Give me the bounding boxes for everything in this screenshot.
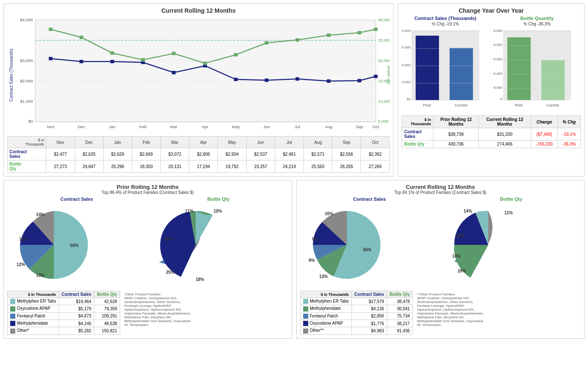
line-chart: $4,000 $3,000 $2,000 $1,000 $0 30,000 25… — [7, 16, 390, 135]
yoy-cs-pct-chg: -19.1% — [558, 128, 581, 140]
svg-rect-32 — [374, 75, 378, 78]
svg-rect-34 — [79, 36, 83, 39]
yoy-cs-current-val: $31,330 — [478, 128, 531, 140]
br-bq-pie-title: Bottle Qty — [442, 197, 581, 202]
cs-sep: $2,556 — [332, 148, 361, 160]
svg-rect-31 — [357, 79, 361, 82]
br-contract-sales-pie: 56% 13% 9% 6% 16% — [300, 202, 394, 287]
col-jul: Jul — [275, 137, 304, 148]
svg-text:Jun: Jun — [263, 124, 270, 129]
svg-text:Sep: Sep — [356, 124, 363, 129]
cs-mar: $3,072 — [160, 148, 189, 160]
svg-rect-27 — [234, 78, 238, 81]
cs-jul: $2,481 — [275, 148, 304, 160]
svg-text:Apr: Apr — [202, 124, 208, 129]
svg-rect-37 — [172, 52, 176, 55]
svg-text:Contract Sales (Thousands): Contract Sales (Thousands) — [8, 49, 14, 101]
bl-cs-pie-title: Contract Sales — [7, 197, 146, 202]
bl-row-fentanyl: Fentanyl Patch $4,673 109,291 — [8, 312, 120, 320]
br-bottle-qty-pie: 33% 28% 14% 14% 11% — [442, 202, 535, 287]
svg-rect-35 — [110, 51, 114, 55]
yoy-bq-current-bar — [541, 60, 565, 100]
svg-text:$30,000: $30,000 — [402, 45, 411, 49]
left-chart-title: Current Rolling 12 Months — [7, 7, 390, 14]
svg-text:$10,000: $10,000 — [402, 80, 411, 84]
col-jan: Jan — [103, 137, 132, 148]
svg-text:33%: 33% — [456, 233, 465, 238]
svg-rect-36 — [141, 58, 145, 62]
svg-text:300,000: 300,000 — [493, 57, 503, 61]
svg-text:56%: 56% — [363, 247, 371, 252]
svg-text:Oct: Oct — [372, 124, 379, 129]
svg-text:28%: 28% — [458, 269, 466, 273]
svg-text:Dec: Dec — [78, 124, 85, 129]
br-row-other: Other** $4,983 91,436 — [300, 327, 413, 334]
bottom-left-subtitle: Top 86.4% of Product Familes (Contract S… — [7, 190, 288, 195]
svg-rect-39 — [234, 53, 238, 56]
svg-text:14%: 14% — [36, 212, 45, 217]
col-oct: Oct — [361, 137, 390, 148]
bl-footnote: *Other Product Families: APAP Codeine, C… — [124, 292, 191, 327]
svg-text:Prior: Prior — [515, 103, 523, 107]
bq-dec: 24,847 — [75, 160, 103, 173]
svg-text:$1,000: $1,000 — [20, 99, 33, 103]
svg-rect-38 — [203, 62, 207, 65]
svg-text:Feb: Feb — [139, 124, 146, 129]
bl-pie-table: $ in Thousands Contract Sales Bottle Qty… — [7, 291, 120, 335]
svg-rect-28 — [265, 79, 269, 82]
left-data-table: $ inThousands Nov Dec Jan Feb Mar Apr Ma… — [7, 136, 390, 173]
bl-row-oxycodone: Oxycodone APAP $5,179 79,359 — [8, 305, 120, 312]
bq-jul: 24,219 — [275, 160, 304, 173]
svg-text:Bottle Qty: Bottle Qty — [386, 66, 390, 85]
yoy-summary-table: $ inThousands Prior Rolling 12Months Cur… — [402, 115, 581, 148]
svg-text:$20,000: $20,000 — [402, 63, 411, 67]
col-feb: Feb — [132, 137, 160, 148]
svg-text:6%: 6% — [312, 237, 318, 241]
svg-text:0: 0 — [501, 97, 503, 101]
cs-dec: $2,635 — [75, 148, 103, 160]
cs-oct: $2,392 — [361, 148, 390, 160]
svg-text:200,000: 200,000 — [493, 72, 503, 76]
svg-text:100,000: 100,000 — [493, 86, 503, 90]
yoy-cs-prior-bar — [416, 36, 439, 100]
svg-text:9%: 9% — [309, 258, 315, 263]
bl-row-methylphenidate: Methylphenidate $4,140 48,638 — [8, 320, 120, 327]
col-aug: Aug — [304, 137, 332, 148]
svg-text:50%: 50% — [70, 243, 79, 248]
col-dec: Dec — [75, 137, 103, 148]
cs-apr: $2,806 — [189, 148, 218, 160]
yoy-bq-prior-val: 430,736 — [433, 140, 479, 148]
bq-mar: 20,131 — [160, 160, 189, 173]
bq-may: 19,792 — [218, 160, 246, 173]
bq-sep: 26,265 — [332, 160, 361, 173]
bl-cs-col-header: Contract Sales — [59, 291, 94, 298]
svg-rect-0 — [35, 20, 376, 122]
svg-text:10,000: 10,000 — [378, 99, 390, 103]
svg-text:$4,000: $4,000 — [20, 17, 33, 22]
svg-text:400,000: 400,000 — [493, 43, 503, 47]
br-cs-col-header: Contract Sales — [352, 291, 387, 298]
svg-text:14%: 14% — [452, 254, 461, 258]
cs-feb: $2,669 — [132, 148, 160, 160]
svg-text:Jul: Jul — [295, 124, 300, 129]
br-row-methylphenidate: Methylphenidate $4,136 30,541 — [300, 305, 413, 312]
cs-nov: $2,477 — [46, 148, 75, 160]
svg-text:Mar: Mar — [170, 124, 177, 129]
bl-bq-pie-title: Bottle Qty — [149, 197, 288, 202]
col-sep: Sep — [332, 137, 361, 148]
svg-rect-43 — [357, 31, 361, 34]
bl-bottle-qty-pie: 35% 25% 18% 11% 10% — [149, 202, 242, 287]
bl-contract-sales-pie: 50% 13% 12% 11% 14% — [7, 202, 101, 287]
br-cs-pie-title: Contract Sales — [300, 197, 439, 202]
yoy-cs-row-label: ContractSales — [402, 128, 433, 140]
bq-feb: 18,303 — [132, 160, 160, 173]
svg-rect-44 — [374, 28, 378, 31]
bl-row-other: Other* $5,282 150,821 — [8, 327, 120, 334]
svg-text:May: May — [232, 124, 240, 129]
br-pie-table: $ in Thousands Contract Sales Bottle Qty… — [300, 291, 413, 335]
br-bq-col-header: Bottle Qty — [387, 291, 413, 298]
cs-jan: $2,629 — [103, 148, 132, 160]
svg-rect-23 — [110, 60, 114, 63]
svg-rect-29 — [295, 77, 299, 81]
br-footnote: **Other Product Families: APAP Codeine, … — [417, 292, 484, 327]
